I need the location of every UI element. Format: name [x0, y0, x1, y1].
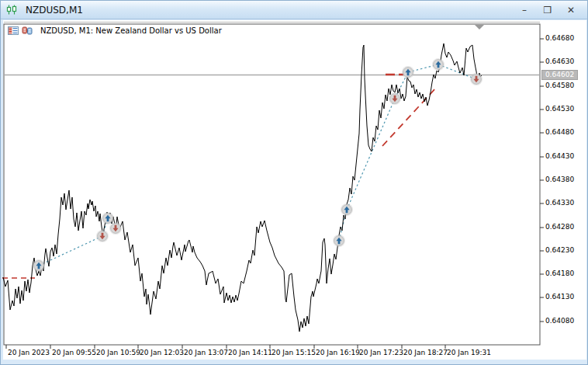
chart-shift-marker — [475, 25, 484, 30]
symbol-description: NZDUSD, M1: New Zealand Dollar vs US Dol… — [40, 26, 222, 35]
price-line — [3, 43, 482, 332]
depth-of-market-icon[interactable] — [22, 26, 33, 35]
signal-connector-line — [347, 99, 395, 210]
chart-header: NZDUSD, M1: New Zealand Dollar vs US Dol… — [8, 26, 222, 35]
signal-connector-line — [39, 236, 102, 266]
one-click-trading-icon[interactable] — [8, 26, 19, 35]
current-price-label: 0.64602 — [541, 70, 578, 80]
price-chart-canvas[interactable] — [1, 1, 588, 365]
